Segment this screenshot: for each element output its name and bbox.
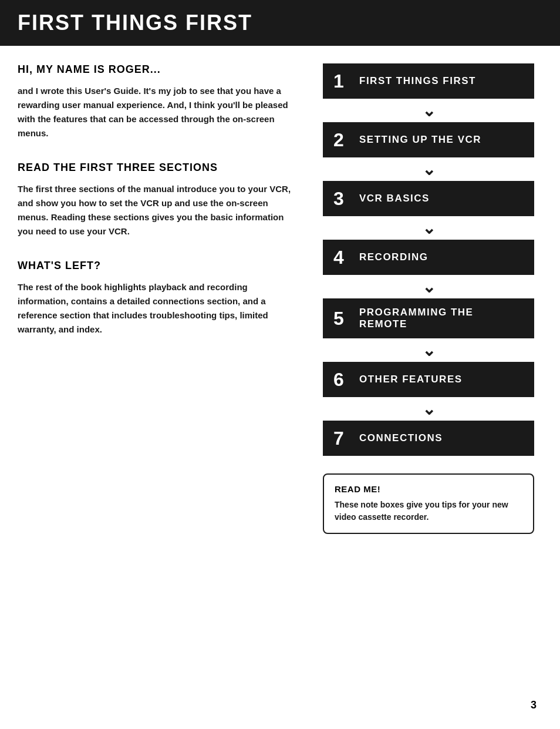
section-read-first-three: READ THE FIRST THREE SECTIONS The first …: [18, 162, 299, 238]
arrow-3: ⌄: [323, 216, 534, 240]
nav-label-7: CONNECTIONS: [359, 432, 443, 444]
nav-number-3: 3: [333, 189, 351, 208]
right-column: 1 FIRST THINGS FIRST ⌄ 2 SETTING UP THE …: [323, 63, 534, 534]
nav-number-2: 2: [333, 130, 351, 149]
nav-label-6: OTHER FEATURES: [359, 374, 463, 385]
section2-body: The first three sections of the manual i…: [18, 182, 299, 238]
section-hi-roger: HI, MY NAME IS ROGER... and I wrote this…: [18, 63, 299, 140]
nav-item-7: 7 CONNECTIONS: [323, 421, 534, 456]
nav-label-2: SETTING UP THE VCR: [359, 134, 481, 146]
nav-label-3: VCR BASICS: [359, 193, 430, 204]
section2-title: READ THE FIRST THREE SECTIONS: [18, 162, 299, 174]
nav-label-1: FIRST THINGS FIRST: [359, 75, 476, 87]
arrow-5: ⌄: [323, 338, 534, 362]
nav-item-5: 5 PROGRAMMING THE REMOTE: [323, 298, 534, 338]
section-whats-left: WHAT'S LEFT? The rest of the book highli…: [18, 260, 299, 337]
nav-number-4: 4: [333, 248, 351, 267]
section1-title: HI, MY NAME IS ROGER...: [18, 63, 299, 76]
nav-item-1: 1 FIRST THINGS FIRST: [323, 63, 534, 99]
nav-label-4: RECORDING: [359, 251, 428, 263]
page-container: FIRST THINGS FIRST HI, MY NAME IS ROGER.…: [0, 0, 560, 729]
nav-label-5: PROGRAMMING THE REMOTE: [359, 307, 524, 330]
nav-item-3: 3 VCR BASICS: [323, 181, 534, 216]
nav-item-6: 6 OTHER FEATURES: [323, 362, 534, 397]
section3-body: The rest of the book highlights playback…: [18, 280, 299, 337]
left-column: HI, MY NAME IS ROGER... and I wrote this…: [18, 63, 299, 534]
nav-number-5: 5: [333, 309, 351, 328]
section3-title: WHAT'S LEFT?: [18, 260, 299, 272]
arrow-4: ⌄: [323, 275, 534, 298]
page-header: FIRST THINGS FIRST: [0, 0, 560, 46]
nav-number-1: 1: [333, 72, 351, 90]
arrow-6: ⌄: [323, 397, 534, 421]
read-me-box: READ ME! These note boxes give you tips …: [323, 473, 534, 534]
nav-number-6: 6: [333, 370, 351, 389]
page-title: FIRST THINGS FIRST: [18, 11, 542, 35]
section1-body: and I wrote this User's Guide. It's my j…: [18, 84, 299, 140]
content-wrapper: HI, MY NAME IS ROGER... and I wrote this…: [0, 63, 560, 534]
nav-item-2: 2 SETTING UP THE VCR: [323, 122, 534, 157]
arrow-2: ⌄: [323, 157, 534, 181]
arrow-1: ⌄: [323, 99, 534, 122]
read-me-body: These note boxes give you tips for your …: [335, 499, 522, 523]
nav-item-4: 4 RECORDING: [323, 240, 534, 275]
read-me-title: READ ME!: [335, 484, 522, 494]
nav-number-7: 7: [333, 429, 351, 448]
page-number: 3: [531, 699, 537, 711]
